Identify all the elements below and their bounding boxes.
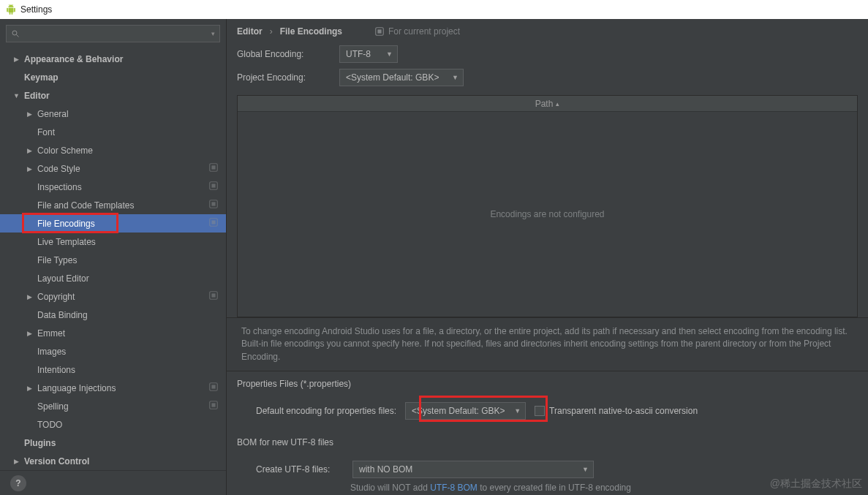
settings-content: Editor › File Encodings For current proj… bbox=[227, 19, 868, 495]
sidebar-item-version-control[interactable]: ▶Version Control bbox=[0, 452, 226, 470]
sidebar-item-label: File and Code Templates bbox=[37, 200, 135, 211]
svg-rect-9 bbox=[211, 220, 215, 224]
chevron-down-icon: ▼ bbox=[452, 74, 458, 81]
svg-rect-13 bbox=[211, 385, 215, 388]
sidebar-item-label: Intentions bbox=[37, 365, 75, 375]
sidebar-item-font[interactable]: Font bbox=[0, 123, 226, 141]
project-encoding-value: <System Default: GBK> bbox=[346, 72, 439, 83]
create-utf8-value: with NO BOM bbox=[359, 464, 412, 475]
chevron-icon: ▶ bbox=[13, 458, 20, 465]
breadcrumb-editor[interactable]: Editor bbox=[237, 26, 263, 37]
svg-rect-11 bbox=[211, 293, 215, 297]
window-title: Settings bbox=[20, 4, 52, 15]
search-caret-icon: ▾ bbox=[211, 30, 215, 37]
project-scope-icon bbox=[208, 290, 219, 303]
project-scope-icon bbox=[208, 217, 219, 230]
create-utf8-label: Create UTF-8 files: bbox=[256, 464, 344, 475]
sidebar-item-todo[interactable]: TODO bbox=[0, 415, 226, 434]
sidebar-item-images[interactable]: Images bbox=[0, 342, 226, 360]
sidebar-item-label: File Encodings bbox=[37, 219, 95, 229]
sidebar-item-label: Layout Editor bbox=[37, 273, 89, 284]
chevron-down-icon: ▼ bbox=[582, 466, 589, 473]
bom-hint-post: to every created file in UTF-8 encoding bbox=[478, 483, 631, 493]
sidebar-item-plugins[interactable]: Plugins bbox=[0, 434, 226, 452]
chevron-icon: ▶ bbox=[26, 110, 33, 118]
breadcrumb-file-encodings: File Encodings bbox=[280, 26, 342, 37]
encoding-paths-table: Path ▴ Encodings are not configured bbox=[237, 95, 858, 317]
sidebar-item-label: Copyright bbox=[37, 292, 75, 302]
sidebar-item-label: Code Style bbox=[37, 164, 80, 174]
chevron-icon: ▼ bbox=[13, 92, 20, 99]
svg-rect-7 bbox=[211, 202, 215, 205]
sidebar-item-file-encodings[interactable]: File Encodings bbox=[0, 214, 226, 233]
transparent-ascii-checkbox[interactable]: Transparent native-to-ascii conversion bbox=[535, 406, 698, 416]
sidebar-item-label: Spelling bbox=[37, 401, 69, 412]
project-scope-icon bbox=[208, 181, 219, 193]
project-encoding-dropdown[interactable]: <System Default: GBK> ▼ bbox=[339, 69, 464, 86]
svg-rect-3 bbox=[211, 165, 215, 169]
sidebar-item-label: Font bbox=[37, 127, 55, 137]
sidebar-item-language-injections[interactable]: ▶Language Injections bbox=[0, 379, 226, 397]
svg-rect-17 bbox=[377, 29, 381, 33]
sidebar-item-layout-editor[interactable]: Layout Editor bbox=[0, 269, 226, 287]
th-path-label: Path bbox=[535, 99, 554, 109]
sidebar-item-label: Plugins bbox=[24, 438, 56, 448]
search-input[interactable]: ▾ bbox=[6, 25, 220, 42]
sidebar-item-label: Color Scheme bbox=[37, 146, 93, 156]
project-scope-icon bbox=[208, 400, 219, 412]
chevron-icon: ▶ bbox=[26, 293, 33, 301]
checkbox-label: Transparent native-to-ascii conversion bbox=[549, 406, 698, 416]
sidebar-item-inspections[interactable]: Inspections bbox=[0, 178, 226, 196]
project-encoding-label: Project Encoding: bbox=[237, 72, 339, 83]
sidebar-item-general[interactable]: ▶General bbox=[0, 105, 226, 123]
sidebar-item-color-scheme[interactable]: ▶Color Scheme bbox=[0, 141, 226, 159]
create-utf8-dropdown[interactable]: with NO BOM ▼ bbox=[352, 461, 594, 478]
sidebar-item-label: Images bbox=[37, 347, 66, 357]
project-scope-icon bbox=[208, 199, 219, 211]
search-icon bbox=[11, 29, 20, 38]
global-encoding-dropdown[interactable]: UTF-8 ▼ bbox=[339, 45, 398, 63]
settings-tree: ▶Appearance & BehaviorKeymap▼Editor▶Gene… bbox=[0, 48, 226, 470]
properties-encoding-value: <System Default: GBK> bbox=[412, 406, 505, 416]
chevron-icon: ▶ bbox=[26, 330, 33, 337]
chevron-icon: ▶ bbox=[26, 385, 33, 392]
info-text: To change encoding Android Studio uses f… bbox=[227, 317, 868, 371]
sidebar-item-file-and-code-templates[interactable]: File and Code Templates bbox=[0, 196, 226, 214]
sidebar-item-data-binding[interactable]: Data Binding bbox=[0, 306, 226, 324]
chevron-icon: ▶ bbox=[26, 147, 33, 154]
svg-rect-5 bbox=[211, 184, 215, 187]
help-button[interactable]: ? bbox=[10, 475, 26, 491]
title-bar: Settings bbox=[0, 0, 868, 19]
svg-line-1 bbox=[17, 35, 19, 37]
sidebar-item-copyright[interactable]: ▶Copyright bbox=[0, 287, 226, 306]
breadcrumb-sep: › bbox=[270, 26, 273, 37]
table-empty-state: Encodings are not configured bbox=[238, 112, 857, 317]
properties-encoding-dropdown[interactable]: <System Default: GBK> ▼ bbox=[405, 402, 526, 420]
scope-indicator: For current project bbox=[374, 26, 460, 37]
sidebar-item-keymap[interactable]: Keymap bbox=[0, 68, 226, 86]
sidebar-item-code-style[interactable]: ▶Code Style bbox=[0, 159, 226, 178]
sidebar-item-intentions[interactable]: Intentions bbox=[0, 360, 226, 379]
sidebar-item-file-types[interactable]: File Types bbox=[0, 251, 226, 269]
sidebar-item-label: Language Injections bbox=[37, 383, 116, 393]
sort-asc-icon: ▴ bbox=[556, 100, 559, 107]
sidebar-item-label: Appearance & Behavior bbox=[24, 54, 123, 64]
table-header-path[interactable]: Path ▴ bbox=[238, 96, 857, 112]
sidebar-item-spelling[interactable]: Spelling bbox=[0, 397, 226, 415]
sidebar-item-label: Inspections bbox=[37, 182, 82, 192]
sidebar-item-label: Version Control bbox=[24, 456, 89, 466]
android-icon bbox=[6, 4, 16, 15]
scope-label: For current project bbox=[388, 26, 460, 37]
properties-default-label: Default encoding for properties files: bbox=[256, 406, 396, 416]
sidebar-item-appearance-behavior[interactable]: ▶Appearance & Behavior bbox=[0, 50, 226, 68]
project-scope-icon bbox=[374, 26, 385, 37]
sidebar-item-editor[interactable]: ▼Editor bbox=[0, 86, 226, 105]
sidebar-item-live-templates[interactable]: Live Templates bbox=[0, 233, 226, 251]
sidebar-item-label: Keymap bbox=[24, 72, 59, 83]
global-encoding-label: Global Encoding: bbox=[237, 49, 339, 59]
sidebar-item-label: Data Binding bbox=[37, 310, 88, 320]
empty-text: Encodings are not configured bbox=[490, 209, 604, 219]
properties-section-title: Properties Files (*.properties) bbox=[237, 379, 858, 389]
utf8-bom-link[interactable]: UTF-8 BOM bbox=[430, 483, 478, 493]
sidebar-item-emmet[interactable]: ▶Emmet bbox=[0, 324, 226, 342]
